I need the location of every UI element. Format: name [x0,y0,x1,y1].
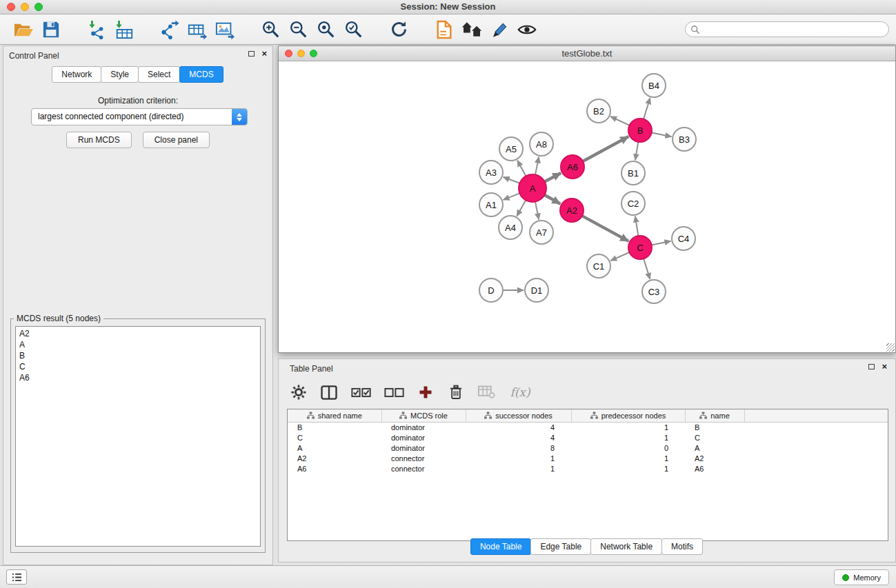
edge-A-A8[interactable] [535,157,539,175]
select-all-columns-button[interactable] [349,381,372,403]
function-builder-button[interactable]: f(x) [506,381,534,403]
import-network-button[interactable] [83,17,110,43]
table-cell[interactable]: dominator [381,433,466,443]
edge-C-C4[interactable] [652,241,671,245]
column-header-shared-name[interactable]: shared name [288,409,381,422]
memory-button[interactable]: Memory [834,569,889,585]
table-cell[interactable]: 1 [571,464,685,474]
node-A6[interactable]: A6 [561,155,584,179]
table-cell[interactable]: 1 [571,433,685,443]
network-canvas[interactable]: B4B2BB3A5A8A6B1A3AA1A2C2A4A7C4CC1C3DD1 [279,61,895,352]
edge-A-A1[interactable] [504,193,520,200]
table-cell[interactable]: C [685,433,744,443]
zoom-out-button[interactable] [284,17,312,43]
edge-A-A4[interactable] [517,200,526,216]
table-cell[interactable]: dominator [381,443,466,454]
result-list-item[interactable]: A [19,339,257,350]
table-row[interactable]: Adominator80A [288,443,888,454]
node-C3[interactable]: C3 [642,280,666,303]
table-cell[interactable]: A2 [288,454,381,464]
node-B[interactable]: B [628,119,652,142]
node-A5[interactable]: A5 [499,137,523,161]
node-A[interactable]: A [519,174,546,202]
result-list-item[interactable]: C [19,361,257,372]
column-header-predecessor-nodes[interactable]: predecessor nodes [571,409,685,422]
column-header-name[interactable]: name [685,409,744,422]
edge-A-A2[interactable] [544,195,560,204]
table-cell[interactable]: C [288,433,381,443]
node-B1[interactable]: B1 [621,161,645,185]
resize-grip[interactable] [886,343,895,352]
table-row[interactable]: A6connector11A6 [288,464,888,474]
column-header-successor-nodes[interactable]: successor nodes [466,409,571,422]
table-row[interactable]: Cdominator41C [288,433,888,443]
tab-select[interactable]: Select [138,66,180,83]
edge-C-C3[interactable] [644,258,650,279]
close-window-button[interactable] [7,3,15,11]
optimization-dropdown[interactable]: largest connected component (directed) [31,108,248,125]
network-close-button[interactable] [285,50,292,57]
table-cell[interactable]: 4 [466,433,571,443]
show-all-button[interactable] [458,17,486,43]
search-input[interactable] [702,23,884,36]
edge-C-C2[interactable] [635,216,639,236]
edge-C-C1[interactable] [610,252,629,261]
close-table-panel-icon[interactable]: × [882,364,887,369]
table-cell[interactable]: 1 [571,422,685,433]
result-list-item[interactable]: A6 [19,372,257,383]
edge-A2-C[interactable] [582,216,628,241]
column-header-MCDS-role[interactable]: MCDS role [381,409,466,422]
table-cell[interactable]: A6 [288,464,381,474]
first-neighbors-button[interactable] [430,17,458,43]
node-C[interactable]: C [628,236,652,259]
result-list-item[interactable]: B [19,350,257,361]
table-cell[interactable]: 4 [466,422,571,433]
show-panels-button[interactable] [6,569,27,585]
run-mcds-button[interactable]: Run MCDS [66,132,132,148]
split-columns-button[interactable] [319,381,339,403]
float-table-panel-icon[interactable] [868,364,875,369]
table-cell[interactable]: connector [381,454,466,464]
zoom-fit-content-button[interactable] [339,17,367,43]
open-file-button[interactable] [10,17,37,43]
node-A8[interactable]: A8 [530,132,553,156]
table-cell[interactable]: A [685,443,744,454]
network-zoom-button[interactable] [310,50,317,57]
zoom-fit-selected-button[interactable] [312,17,339,43]
table-row[interactable]: Bdominator41B [288,422,888,433]
export-network-button[interactable] [156,17,183,43]
node-A2[interactable]: A2 [560,199,584,222]
export-image-button[interactable] [211,17,239,43]
delete-table-button[interactable] [476,381,497,403]
close-panel-button[interactable]: Close panel [143,132,210,148]
tab-mcds[interactable]: MCDS [179,66,223,83]
annotation-button[interactable] [486,17,513,43]
tab-style[interactable]: Style [101,66,139,83]
node-B2[interactable]: B2 [587,99,610,123]
tab-network-table[interactable]: Network Table [590,538,662,555]
delete-column-button[interactable] [446,381,466,403]
table-cell[interactable]: A6 [685,464,744,474]
tab-network[interactable]: Network [52,66,101,83]
edge-B-B3[interactable] [652,132,672,136]
import-table-button[interactable] [110,17,138,43]
edge-A-A7[interactable] [535,202,539,220]
add-column-button[interactable] [415,381,436,403]
table-cell[interactable]: A2 [685,454,744,464]
table-cell[interactable]: 1 [466,454,571,464]
edge-B-B4[interactable] [644,98,650,119]
deselect-all-columns-button[interactable] [382,381,406,403]
float-panel-icon[interactable] [248,51,255,57]
edge-A-A6[interactable] [545,173,561,182]
node-A1[interactable]: A1 [479,193,503,216]
node-B3[interactable]: B3 [673,128,696,151]
node-D1[interactable]: D1 [525,278,548,302]
node-C4[interactable]: C4 [672,227,695,250]
node-C2[interactable]: C2 [621,192,645,215]
tab-node-table[interactable]: Node Table [470,538,532,555]
node-A3[interactable]: A3 [479,161,503,184]
table-cell[interactable]: connector [381,464,466,474]
table-cell[interactable]: 8 [466,443,571,454]
table-cell[interactable]: dominator [381,422,466,433]
save-session-button[interactable] [37,17,65,43]
